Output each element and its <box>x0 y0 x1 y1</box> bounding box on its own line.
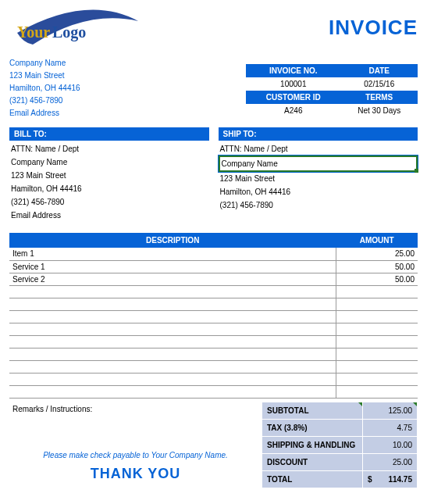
table-row <box>9 348 418 360</box>
table-row <box>9 360 418 373</box>
company-city: Hamilton, OH 44416 <box>9 82 80 94</box>
tax-val: 4.75 <box>363 419 418 436</box>
bill-company[interactable]: Company Name <box>9 155 209 169</box>
total-val: 114.75 <box>363 470 418 488</box>
ship-company-selected-cell[interactable]: Company Name <box>219 155 418 172</box>
item-desc[interactable] <box>9 323 336 335</box>
bill-phone[interactable]: (321) 456-7890 <box>9 195 209 209</box>
company-block: Company Name 123 Main Street Hamilton, O… <box>9 56 80 120</box>
logo-word1: Your <box>17 23 50 41</box>
shipping-val[interactable]: 10.00 <box>363 436 418 453</box>
invoice-no-hdr: INVOICE NO. <box>246 64 341 77</box>
logo-word2: Logo <box>52 23 86 41</box>
subtotal-label: SUBTOTAL <box>262 402 363 419</box>
total-label: TOTAL <box>262 470 363 488</box>
invoice-date[interactable]: 02/15/16 <box>341 77 418 91</box>
item-desc[interactable] <box>9 298 336 310</box>
item-amt[interactable] <box>336 360 418 373</box>
table-row <box>9 385 418 398</box>
item-desc[interactable] <box>9 385 336 398</box>
item-amt[interactable] <box>336 285 418 298</box>
terms[interactable]: Net 30 Days <box>341 104 418 117</box>
item-amt[interactable]: 50.00 <box>336 273 418 285</box>
table-row: Service 150.00 <box>9 260 418 273</box>
ship-to-hdr: SHIP TO: <box>219 127 418 141</box>
bill-street[interactable]: 123 Main Street <box>9 169 209 182</box>
date-hdr: DATE <box>341 64 418 77</box>
items-table: DESCRIPTION AMOUNT Item 125.00Service 15… <box>9 233 418 399</box>
item-desc[interactable] <box>9 348 336 360</box>
item-amt[interactable] <box>336 310 418 323</box>
item-desc[interactable]: Service 1 <box>9 260 336 273</box>
pay-note: Please make check payable to Your Compan… <box>12 451 258 459</box>
item-desc[interactable] <box>9 360 336 373</box>
company-phone: (321) 456-7890 <box>9 95 80 106</box>
item-amt[interactable] <box>336 335 418 348</box>
item-amt[interactable] <box>336 373 418 385</box>
item-desc[interactable] <box>9 335 336 348</box>
subtotal-val: 125.00 <box>363 402 418 419</box>
item-desc[interactable] <box>9 373 336 385</box>
table-row <box>9 285 418 298</box>
item-amt[interactable] <box>336 385 418 398</box>
item-desc[interactable] <box>9 285 336 298</box>
item-amt[interactable]: 50.00 <box>336 260 418 273</box>
remarks-title: Remarks / Instructions: <box>12 405 258 413</box>
table-row <box>9 373 418 385</box>
ship-phone[interactable]: (321) 456-7890 <box>219 198 418 212</box>
invoice-no[interactable]: 100001 <box>246 77 341 91</box>
ship-street[interactable]: 123 Main Street <box>219 172 418 185</box>
shipping-label: SHIPPING & HANDLING <box>262 436 363 453</box>
item-desc[interactable]: Item 1 <box>9 248 336 260</box>
table-row: Item 125.00 <box>9 248 418 260</box>
amt-hdr: AMOUNT <box>336 233 418 248</box>
tax-label: TAX (3.8%) <box>262 419 363 436</box>
logo: Your Logo <box>9 9 150 64</box>
ship-attn[interactable]: ATTN: Name / Dept <box>219 142 418 155</box>
bill-attn[interactable]: ATTN: Name / Dept <box>9 142 209 155</box>
item-amt[interactable] <box>336 348 418 360</box>
bill-email[interactable]: Email Address <box>9 209 209 222</box>
item-desc[interactable] <box>9 310 336 323</box>
item-amt[interactable] <box>336 298 418 310</box>
invoice-title: INVOICE <box>329 16 418 40</box>
discount-label: DISCOUNT <box>262 453 363 470</box>
ship-city[interactable]: Hamilton, OH 44416 <box>219 185 418 198</box>
bill-city[interactable]: Hamilton, OH 44416 <box>9 182 209 195</box>
thank-you: THANK YOU <box>12 466 258 482</box>
desc-hdr: DESCRIPTION <box>9 233 336 248</box>
item-desc[interactable]: Service 2 <box>9 273 336 285</box>
customer-id[interactable]: A246 <box>246 104 341 117</box>
company-email: Email Address <box>9 107 80 119</box>
item-amt[interactable]: 25.00 <box>336 248 418 260</box>
item-amt[interactable] <box>336 323 418 335</box>
company-street: 123 Main Street <box>9 70 80 81</box>
table-row: Service 250.00 <box>9 273 418 285</box>
table-row <box>9 310 418 323</box>
discount-val[interactable]: 25.00 <box>363 453 418 470</box>
table-row <box>9 335 418 348</box>
totals-table: SUBTOTAL 125.00 TAX (3.8%) 4.75 SHIPPING… <box>262 402 418 488</box>
terms-hdr: TERMS <box>341 91 418 104</box>
table-row <box>9 298 418 310</box>
meta-table: INVOICE NO. DATE 100001 02/15/16 CUSTOME… <box>246 64 418 117</box>
bill-to-hdr: BILL TO: <box>9 127 209 141</box>
table-row <box>9 323 418 335</box>
customer-id-hdr: CUSTOMER ID <box>246 91 341 104</box>
